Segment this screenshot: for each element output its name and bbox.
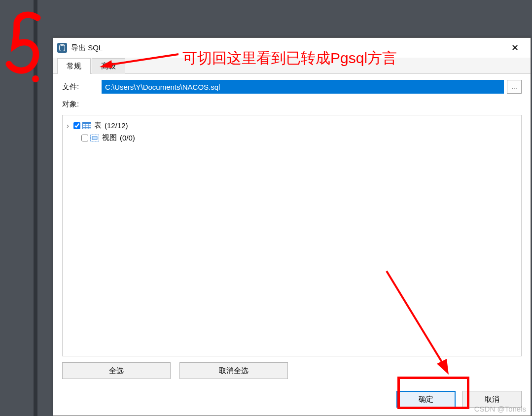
browse-button[interactable]: ... (507, 80, 522, 94)
tables-count: (12/12) (105, 121, 128, 130)
vertical-divider (34, 0, 37, 416)
deselect-all-button[interactable]: 取消全选 (179, 362, 288, 379)
deselect-all-label: 取消全选 (219, 366, 248, 375)
tables-checkbox[interactable] (73, 122, 80, 129)
titlebar: 导出 SQL ✕ (53, 38, 531, 58)
tab-advanced[interactable]: 高级 (92, 58, 125, 74)
svg-rect-2 (83, 122, 91, 124)
svg-rect-8 (92, 137, 97, 139)
tab-general-label: 常规 (67, 62, 81, 70)
objects-tree: › 表 (12/12) 视图 (0/0) (62, 115, 522, 356)
file-path-input[interactable] (102, 80, 504, 94)
close-icon: ✕ (511, 42, 519, 53)
app-icon (57, 43, 67, 53)
select-all-label: 全选 (109, 366, 124, 375)
close-button[interactable]: ✕ (503, 38, 527, 58)
tables-label: 表 (94, 121, 102, 130)
tree-item-views[interactable]: 视图 (0/0) (74, 132, 517, 144)
annotation-step-number (5, 9, 43, 83)
dialog-title: 导出 SQL (71, 43, 103, 53)
table-icon (82, 122, 91, 130)
export-sql-dialog: 导出 SQL ✕ 常规 高级 文件: ... 对象: › (53, 37, 531, 416)
tab-row: 常规 高级 (53, 58, 531, 74)
ok-button[interactable]: 确定 (396, 391, 456, 408)
file-label: 文件: (62, 82, 102, 92)
views-label: 视图 (102, 133, 117, 142)
ok-label: 确定 (419, 395, 433, 403)
dialog-footer: 确定 取消 (53, 385, 531, 416)
views-checkbox[interactable] (81, 135, 88, 141)
cancel-button[interactable]: 取消 (462, 391, 522, 408)
objects-row: 对象: (62, 100, 522, 109)
tab-advanced-label: 高级 (101, 62, 116, 70)
expander-icon[interactable]: › (67, 121, 73, 130)
dialog-content: 文件: ... 对象: › 表 (12/12) (53, 74, 531, 385)
view-icon (90, 134, 99, 142)
file-row: 文件: ... (62, 80, 522, 94)
tab-general[interactable]: 常规 (57, 58, 91, 74)
cancel-label: 取消 (485, 395, 499, 403)
browse-label: ... (511, 83, 517, 91)
objects-label: 对象: (62, 100, 102, 109)
selection-buttons: 全选 取消全选 (62, 362, 522, 379)
tree-item-tables[interactable]: › 表 (12/12) (67, 119, 517, 132)
views-count: (0/0) (120, 134, 135, 142)
select-all-button[interactable]: 全选 (62, 362, 171, 379)
